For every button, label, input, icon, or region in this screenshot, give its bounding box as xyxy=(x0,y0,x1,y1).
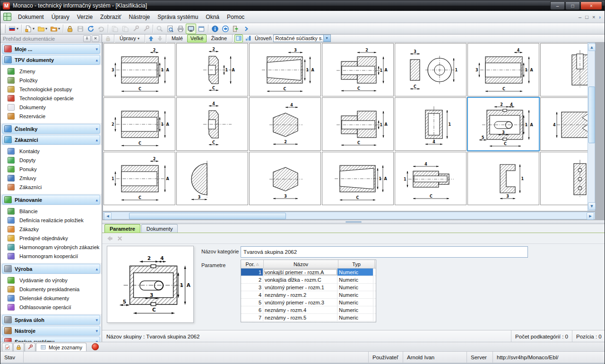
sidebar-section-planovanie[interactable]: Plánovanie▴ xyxy=(2,195,100,205)
shape-cell-disc[interactable]: 4C xyxy=(176,97,248,151)
cell-typ[interactable]: Numeric xyxy=(337,284,373,291)
tab-locked[interactable] xyxy=(13,343,24,351)
cell-nazov[interactable]: vonkajšia dĺžka - rozm.C xyxy=(263,276,337,283)
menu-item-sprava-systemu[interactable]: Správa systému xyxy=(154,12,202,22)
chevron-down-icon[interactable]: ▾ xyxy=(95,127,98,131)
panel-splitter[interactable] xyxy=(102,220,605,224)
sidebar-item-dokumenty-preskladnenia[interactable]: Dokumenty preskladnenia xyxy=(0,285,102,294)
chevron-up-icon[interactable]: ▴ xyxy=(95,267,98,271)
close-icon[interactable] xyxy=(92,35,99,42)
shape-cell-sleeve[interactable]: C21A xyxy=(104,97,175,151)
sidebar-section-ciselniky[interactable]: Číselníky▾ xyxy=(2,124,100,134)
cell-typ[interactable]: Numeric xyxy=(337,269,373,276)
cell-typ[interactable]: Numeric xyxy=(337,314,373,321)
screen-view-button[interactable] xyxy=(186,24,196,34)
column-header-typ[interactable]: Typ xyxy=(338,260,375,268)
table-row[interactable]: 2vonkajšia dĺžka - rozm.CNumeric xyxy=(241,276,376,284)
column-header-por[interactable]: Por.△ xyxy=(241,260,264,268)
category-name-field[interactable]: Tvarová skupina 2062 xyxy=(241,246,528,258)
shape-cell-pulley[interactable]: 4 xyxy=(540,97,588,151)
shape-cell-disc[interactable]: 2C1A xyxy=(176,43,248,96)
new-window-button[interactable] xyxy=(196,24,207,34)
table-row[interactable]: 1vonkajší priemer - rozm.ANumeric xyxy=(241,269,376,276)
table-row[interactable]: 3vnútorný priemer - rozm.1Numeric xyxy=(241,284,376,291)
tab-parametre[interactable]: Parametre xyxy=(104,224,140,233)
sidebar-section-moje[interactable]: Moje ...▾ xyxy=(2,44,100,54)
exit-button[interactable] xyxy=(231,24,241,34)
print-preview-button[interactable] xyxy=(165,24,175,34)
shape-cell-sleeve[interactable]: 2C1A xyxy=(104,152,175,205)
cell-nazov[interactable]: vonkajší priemer - rozm.A xyxy=(263,269,337,276)
sidebar-section-vyroba[interactable]: Výroba▴ xyxy=(2,264,100,274)
sidebar-section-sprava-uloh[interactable]: Správa úloh▾ xyxy=(2,315,100,325)
shape-cell-channel[interactable]: 31 xyxy=(467,152,539,205)
sidebar-item-kontakty[interactable]: Kontakty xyxy=(0,147,102,156)
sidebar-item-zakazky[interactable]: Zákazky xyxy=(0,225,102,234)
horizontal-scroll-thumb[interactable] xyxy=(129,213,286,219)
shape-cell-slotted[interactable]: 24351AC xyxy=(467,97,540,151)
cell-por[interactable]: 7 xyxy=(241,314,263,321)
shape-cell-flange[interactable]: 2 xyxy=(540,152,588,205)
size-none-button[interactable]: Žiadne xyxy=(207,35,230,43)
sidebar-item-predajne-objednavky[interactable]: Predajné objednávky xyxy=(0,234,102,243)
tab-status-docs[interactable] xyxy=(2,343,13,351)
refresh-button[interactable] xyxy=(86,24,96,34)
sidebar-item-polozky[interactable]: Položky xyxy=(0,76,102,85)
pin-icon[interactable] xyxy=(83,35,91,42)
levels-button[interactable] xyxy=(244,35,252,43)
menu-item-okna[interactable]: Okná xyxy=(202,12,223,22)
sidebar-item-dokumenty[interactable]: Dokumenty xyxy=(0,103,102,112)
sidebar-item-zmluvy[interactable]: Zmluvy xyxy=(0,173,102,182)
cell-por[interactable]: 5 xyxy=(241,299,263,306)
mdi-more-button[interactable]: › xyxy=(599,14,601,20)
sidebar-item-technologicke-operacie[interactable]: Technologické operácie xyxy=(0,94,102,103)
shape-cell-twoview[interactable]: 3C1 xyxy=(395,43,467,96)
menu-item-upravy[interactable]: Úpravy xyxy=(48,12,73,22)
sidebar-item-technologicke-postupy[interactable]: Technologické postupy xyxy=(0,85,102,94)
cell-nazov[interactable]: neznámy - rozm.2 xyxy=(263,291,337,298)
sidebar-item-harmonogram-kooperacii[interactable]: Harmonogram kooperácií xyxy=(0,251,102,260)
chevron-up-icon[interactable]: ▴ xyxy=(95,58,98,62)
shape-cell-plug[interactable]: 3 xyxy=(249,152,321,205)
minimize-button[interactable]: – xyxy=(550,1,565,10)
shape-cell-fork[interactable]: 1 xyxy=(540,43,588,96)
cell-typ[interactable]: Numeric xyxy=(337,299,373,306)
cell-por[interactable]: 1 xyxy=(241,269,263,276)
menu-item-nastroje[interactable]: Nástroje xyxy=(125,12,154,22)
back-button[interactable] xyxy=(220,24,231,34)
menu-item-verzie[interactable]: Verzie xyxy=(73,12,96,22)
sidebar-item-zmeny[interactable]: Zmeny xyxy=(0,67,102,76)
info-button[interactable] xyxy=(210,24,220,34)
shape-cell-taper[interactable]: C1A xyxy=(322,152,394,205)
close-button[interactable]: × xyxy=(580,1,602,10)
shape-cell-sleeve[interactable]: 4C31A xyxy=(467,43,539,96)
open-document-button[interactable]: ▾ xyxy=(49,24,61,34)
menu-item-pomoc[interactable]: Pomoc xyxy=(223,12,248,22)
move-up-button[interactable] xyxy=(147,35,155,43)
horizontal-scrollbar[interactable]: ◄ ► xyxy=(103,212,595,219)
mdi-close-button[interactable]: × xyxy=(592,14,595,20)
scroll-up-icon[interactable]: ▲ xyxy=(588,43,596,51)
table-row[interactable]: 4neznámy - rozm.2Numeric xyxy=(241,291,376,299)
shape-cell-stepped[interactable]: C1A xyxy=(322,97,394,151)
toolbar-overflow-button[interactable] xyxy=(241,24,251,34)
print-button[interactable] xyxy=(175,24,186,34)
tab-tools[interactable] xyxy=(25,343,35,351)
cell-nazov[interactable]: neznámy - rozm.4 xyxy=(263,306,337,313)
shape-cell-stepped[interactable]: 2C1A xyxy=(322,43,394,96)
sidebar-item-vydavanie-do-vyroby[interactable]: Vydávanie do výroby xyxy=(0,276,102,285)
sidebar-item-ponuky[interactable]: Ponuky xyxy=(0,165,102,173)
table-row[interactable]: 7neznámy - rozm.5Numeric xyxy=(241,314,376,321)
size-large-button[interactable]: Veľké xyxy=(187,35,207,43)
chevron-down-icon[interactable]: ▾ xyxy=(95,47,98,52)
tab-dokumenty[interactable]: Dokumenty xyxy=(141,224,178,233)
shape-cell-block[interactable]: 41 xyxy=(395,97,467,151)
cell-por[interactable]: 2 xyxy=(241,276,263,283)
sidebar-section-nastroje[interactable]: Nástroje▾ xyxy=(2,326,100,336)
scroll-down-icon[interactable]: ▼ xyxy=(588,202,596,210)
cell-nazov[interactable]: vnútorný priemer - rozm.3 xyxy=(263,299,337,306)
mdi-restore-button[interactable]: □ xyxy=(585,14,588,20)
sidebar-item-definicia-realizacie-poloziek[interactable]: Definícia realizácie položiek xyxy=(0,216,102,225)
restore-button[interactable]: □ xyxy=(565,1,580,10)
cell-por[interactable]: 3 xyxy=(241,284,263,291)
